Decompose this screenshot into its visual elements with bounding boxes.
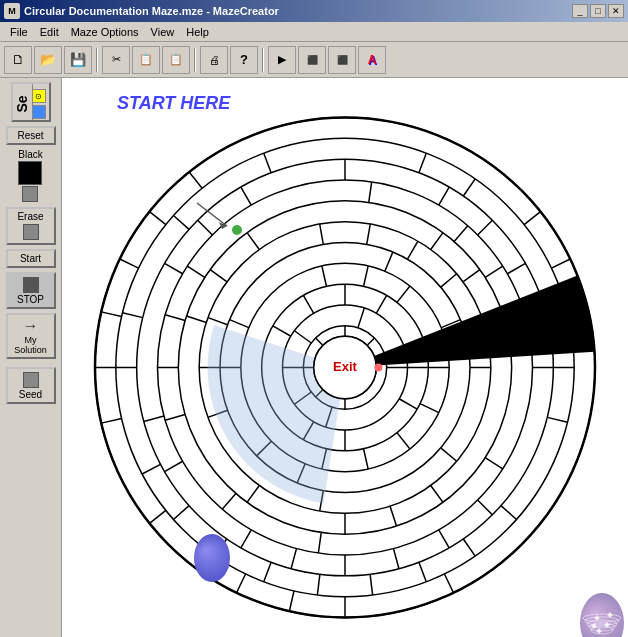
seed-button[interactable]: Seed bbox=[6, 367, 56, 404]
paste-button[interactable]: 📋 bbox=[162, 46, 190, 74]
menu-help[interactable]: Help bbox=[180, 24, 215, 40]
save-button[interactable]: 💾 bbox=[64, 46, 92, 74]
erase-icon bbox=[23, 224, 39, 240]
close-button[interactable]: ✕ bbox=[608, 4, 624, 18]
black-button[interactable]: ⬛ bbox=[328, 46, 356, 74]
separator-2 bbox=[194, 48, 196, 72]
stop2-button[interactable]: ⬛ bbox=[298, 46, 326, 74]
help-button[interactable]: ? bbox=[230, 46, 258, 74]
separator-1 bbox=[96, 48, 98, 72]
toolbar: 🗋 📂 💾 ✂ 📋 📋 🖨 ? ▶ ⬛ ⬛ A bbox=[0, 42, 628, 78]
gray-color-swatch[interactable] bbox=[22, 186, 38, 202]
window-title: Circular Documentation Maze.mze - MazeCr… bbox=[24, 5, 572, 17]
new-button[interactable]: 🗋 bbox=[4, 46, 32, 74]
black-color-swatch[interactable] bbox=[18, 161, 42, 185]
setup-button[interactable]: Se ⊙ bbox=[11, 82, 51, 122]
reset-button[interactable]: Reset bbox=[6, 126, 56, 145]
text-button[interactable]: A bbox=[358, 46, 386, 74]
erase-button[interactable]: Erase bbox=[6, 207, 56, 245]
play-button[interactable]: ▶ bbox=[268, 46, 296, 74]
solution-label: My Solution bbox=[14, 335, 47, 355]
menu-bar: File Edit Maze Options View Help bbox=[0, 22, 628, 42]
minimize-button[interactable]: _ bbox=[572, 4, 588, 18]
menu-edit[interactable]: Edit bbox=[34, 24, 65, 40]
canvas-area: START HERE bbox=[62, 78, 628, 637]
app-icon: M bbox=[4, 3, 20, 19]
stop-icon bbox=[23, 277, 39, 293]
maze-canvas bbox=[62, 78, 628, 637]
erase-label: Erase bbox=[17, 211, 43, 222]
maximize-button[interactable]: □ bbox=[590, 4, 606, 18]
copy-button[interactable]: 📋 bbox=[132, 46, 160, 74]
menu-file[interactable]: File bbox=[4, 24, 34, 40]
open-button[interactable]: 📂 bbox=[34, 46, 62, 74]
start-here-label: START HERE bbox=[117, 93, 230, 114]
left-panel: Se ⊙ Reset Black Erase Start STOP bbox=[0, 78, 62, 637]
menu-maze-options[interactable]: Maze Options bbox=[65, 24, 145, 40]
reset-label: Reset bbox=[17, 130, 43, 141]
seed-icon bbox=[23, 372, 39, 388]
main-area: Se ⊙ Reset Black Erase Start STOP bbox=[0, 78, 628, 637]
solution-button[interactable]: → My Solution bbox=[6, 313, 56, 359]
cut-button[interactable]: ✂ bbox=[102, 46, 130, 74]
start-button[interactable]: Start bbox=[6, 249, 56, 268]
menu-view[interactable]: View bbox=[145, 24, 181, 40]
stop-label: STOP bbox=[17, 294, 44, 305]
black-swatch: Black bbox=[18, 149, 42, 203]
stop-button[interactable]: STOP bbox=[6, 272, 56, 309]
window-controls: _ □ ✕ bbox=[572, 4, 624, 18]
title-bar: M Circular Documentation Maze.mze - Maze… bbox=[0, 0, 628, 22]
seed-label: Seed bbox=[19, 389, 42, 400]
arrow-icon: → bbox=[23, 317, 39, 335]
print-button[interactable]: 🖨 bbox=[200, 46, 228, 74]
start-label: Start bbox=[20, 253, 41, 264]
separator-3 bbox=[262, 48, 264, 72]
